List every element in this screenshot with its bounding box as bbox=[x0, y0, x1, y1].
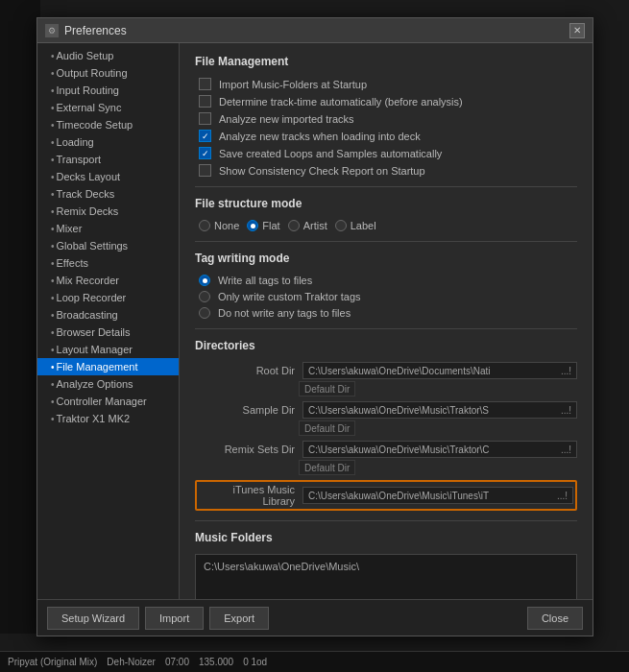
sidebar-item-track-decks[interactable]: Track Decks bbox=[37, 185, 179, 203]
status-time: 07:00 bbox=[165, 657, 189, 667]
radio-label[interactable]: Label bbox=[335, 220, 376, 231]
radio-circle-flat[interactable] bbox=[247, 220, 258, 231]
sidebar-item-broadcasting[interactable]: Broadcasting bbox=[37, 306, 179, 324]
title-bar-left: ⚙ Preferences bbox=[45, 24, 127, 37]
radio-circle-write-all[interactable] bbox=[199, 275, 210, 286]
checkbox-consistency[interactable] bbox=[199, 164, 211, 177]
tag-writing-title: Tag writing mode bbox=[195, 252, 577, 265]
sidebar-item-transport[interactable]: Transport bbox=[37, 151, 179, 168]
sidebar-item-mixer[interactable]: Mixer bbox=[37, 220, 179, 237]
file-structure-title: File structure mode bbox=[195, 197, 577, 210]
radio-circle-artist[interactable] bbox=[288, 220, 300, 231]
export-button[interactable]: Export bbox=[209, 607, 269, 630]
radio-artist[interactable]: Artist bbox=[288, 220, 327, 231]
radio-flat[interactable]: Flat bbox=[247, 220, 279, 231]
sidebar-item-remix-decks[interactable]: Remix Decks bbox=[37, 203, 179, 220]
status-extra: 0 1od bbox=[243, 657, 267, 667]
checkbox-row-analyze-new: Analyze new tracks when loading into dec… bbox=[195, 130, 577, 142]
sidebar-item-loop-recorder[interactable]: Loop Recorder bbox=[37, 289, 179, 306]
dir-row-root: Root Dir C:\Users\akuwa\OneDrive\Documen… bbox=[195, 362, 577, 379]
checkbox-label-determine-track: Determine track-time automatically (befo… bbox=[219, 96, 463, 108]
dialog-close-button[interactable]: ✕ bbox=[569, 23, 585, 38]
sidebar-item-browser-details[interactable]: Browser Details bbox=[37, 324, 179, 341]
checkbox-analyze-new[interactable] bbox=[199, 130, 211, 142]
radio-label-none: None bbox=[214, 220, 239, 231]
dialog-footer: Setup Wizard Import Export Close bbox=[37, 599, 593, 636]
checkbox-save-loops[interactable] bbox=[199, 147, 211, 159]
sidebar-item-external-sync[interactable]: External Sync bbox=[37, 99, 179, 116]
directories-title: Directories bbox=[195, 339, 577, 352]
sidebar-item-decks-layout[interactable]: Decks Layout bbox=[37, 168, 179, 185]
sidebar-item-input-routing[interactable]: Input Routing bbox=[37, 82, 179, 99]
checkbox-row-save-loops: Save created Loops and Samples automatic… bbox=[195, 147, 577, 159]
sidebar-item-effects[interactable]: Effects bbox=[37, 254, 179, 272]
dir-label-remix: Remix Sets Dir bbox=[199, 444, 295, 455]
title-bar: ⚙ Preferences ✕ bbox=[37, 18, 593, 43]
sidebar-item-loading[interactable]: Loading bbox=[37, 133, 179, 151]
radio-label-artist: Artist bbox=[303, 220, 327, 231]
dir-path-remix[interactable]: C:\Users\akuwa\OneDrive\Music\Traktor\C … bbox=[302, 441, 577, 458]
dir-default-sample[interactable]: Default Dir bbox=[299, 420, 355, 436]
dir-path-sample[interactable]: C:\Users\akuwa\OneDrive\Music\Traktor\S … bbox=[302, 401, 577, 419]
radio-label-no-tags: Do not write any tags to files bbox=[218, 307, 351, 319]
sidebar-item-timecode-setup[interactable]: Timecode Setup bbox=[37, 116, 179, 133]
checkbox-row-analyze-imported: Analyze new imported tracks bbox=[195, 112, 577, 125]
sidebar-item-file-management[interactable]: File Management bbox=[37, 358, 179, 375]
dir-path-text-remix: C:\Users\akuwa\OneDrive\Music\Traktor\C bbox=[308, 444, 557, 455]
sidebar-item-mix-recorder[interactable]: Mix Recorder bbox=[37, 272, 179, 289]
sidebar-item-traktor-x1-mk2[interactable]: Traktor X1 MK2 bbox=[37, 410, 179, 427]
file-structure-options: None Flat Artist Label bbox=[195, 220, 577, 231]
checkbox-import-music-folders[interactable] bbox=[199, 78, 211, 90]
radio-label-label: Label bbox=[351, 220, 376, 231]
close-button[interactable]: Close bbox=[527, 607, 583, 630]
dir-path-itunes[interactable]: C:\Users\akuwa\OneDrive\Music\iTunes\iT … bbox=[302, 487, 573, 504]
dir-row-remix: Remix Sets Dir C:\Users\akuwa\OneDrive\M… bbox=[195, 441, 577, 458]
radio-label-write-all: Write all tags to files bbox=[218, 275, 312, 286]
dialog-title: Preferences bbox=[64, 24, 127, 37]
checkbox-analyze-imported[interactable] bbox=[199, 112, 211, 125]
status-bpm: 135.000 bbox=[199, 657, 233, 667]
import-button[interactable]: Import bbox=[145, 607, 204, 630]
divider-4 bbox=[195, 520, 577, 521]
checkbox-determine-track[interactable] bbox=[199, 95, 211, 108]
divider-2 bbox=[195, 241, 577, 242]
sidebar-item-global-settings[interactable]: Global Settings bbox=[37, 237, 179, 254]
music-folder-list: C:\Users\akuwa\OneDrive\Music\ bbox=[195, 554, 577, 599]
dir-label-itunes: iTunes Music Library bbox=[199, 484, 295, 507]
dialog-icon: ⚙ bbox=[45, 24, 59, 37]
dir-default-remix[interactable]: Default Dir bbox=[299, 460, 355, 475]
sidebar: Audio Setup Output Routing Input Routing… bbox=[37, 43, 180, 599]
dir-ellipsis-root: ...! bbox=[561, 366, 571, 376]
divider-1 bbox=[195, 186, 577, 187]
radio-circle-custom-tags[interactable] bbox=[199, 291, 210, 302]
dir-path-root[interactable]: C:\Users\akuwa\OneDrive\Documents\Nati .… bbox=[302, 362, 577, 379]
sidebar-item-output-routing[interactable]: Output Routing bbox=[37, 64, 179, 82]
radio-circle-no-tags[interactable] bbox=[199, 307, 210, 319]
dir-path-text-sample: C:\Users\akuwa\OneDrive\Music\Traktor\S bbox=[308, 405, 557, 416]
bg-left bbox=[0, 0, 40, 634]
section-title: File Management bbox=[195, 55, 577, 68]
dir-default-root[interactable]: Default Dir bbox=[299, 381, 355, 396]
dir-label-sample: Sample Dir bbox=[199, 404, 295, 416]
checkbox-row-import: Import Music-Folders at Startup bbox=[195, 78, 577, 90]
checkbox-row-determine-track: Determine track-time automatically (befo… bbox=[195, 95, 577, 108]
dir-ellipsis-itunes: ...! bbox=[557, 491, 568, 501]
checkbox-label-analyze-imported: Analyze new imported tracks bbox=[219, 113, 354, 125]
radio-row-custom-tags: Only write custom Traktor tags bbox=[195, 291, 577, 302]
sidebar-item-controller-manager[interactable]: Controller Manager bbox=[37, 393, 179, 410]
music-folder-item[interactable]: C:\Users\akuwa\OneDrive\Music\ bbox=[200, 559, 572, 574]
status-track: Pripyat (Original Mix) bbox=[8, 657, 97, 667]
dir-ellipsis-sample: ...! bbox=[561, 405, 571, 416]
setup-wizard-button[interactable]: Setup Wizard bbox=[47, 607, 139, 630]
preferences-dialog: ⚙ Preferences ✕ Audio Setup Output Routi… bbox=[36, 17, 593, 636]
radio-none[interactable]: None bbox=[199, 220, 239, 231]
sidebar-item-audio-setup[interactable]: Audio Setup bbox=[37, 47, 179, 64]
radio-circle-label[interactable] bbox=[335, 220, 347, 231]
sidebar-item-analyze-options[interactable]: Analyze Options bbox=[37, 375, 179, 393]
music-folders-title: Music Folders bbox=[195, 531, 577, 544]
radio-circle-none[interactable] bbox=[199, 220, 210, 231]
checkbox-label-consistency: Show Consistency Check Report on Startup bbox=[219, 165, 425, 177]
footer-left-buttons: Setup Wizard Import Export bbox=[47, 607, 269, 630]
checkbox-label-analyze-new: Analyze new tracks when loading into dec… bbox=[219, 131, 421, 142]
sidebar-item-layout-manager[interactable]: Layout Manager bbox=[37, 341, 179, 358]
